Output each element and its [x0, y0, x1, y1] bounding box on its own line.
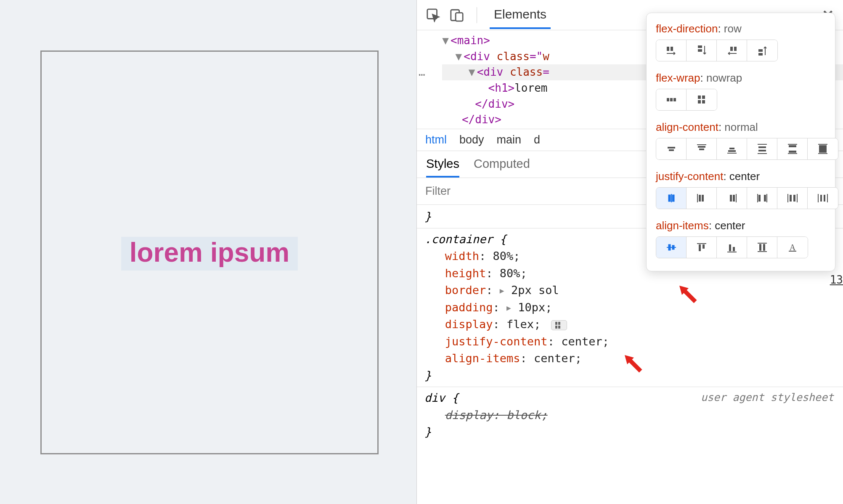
flex-wrap-nowrap-icon[interactable] [656, 89, 687, 110]
annotation-arrow-icon [621, 352, 647, 377]
svg-rect-6 [558, 326, 560, 329]
svg-rect-52 [764, 195, 766, 202]
svg-rect-68 [729, 244, 731, 251]
flex-direction-column-icon[interactable] [687, 40, 717, 61]
align-content-stretch-icon[interactable] [808, 138, 838, 159]
tab-styles[interactable]: Styles [426, 157, 459, 178]
svg-rect-69 [733, 247, 735, 251]
device-toggle-icon[interactable] [450, 8, 464, 22]
svg-rect-28 [728, 150, 736, 152]
justify-content-center-icon[interactable] [656, 188, 687, 209]
svg-rect-31 [758, 146, 766, 148]
svg-rect-59 [820, 195, 822, 202]
svg-rect-20 [698, 100, 701, 103]
justify-content-end-icon[interactable] [717, 188, 747, 209]
svg-rect-9 [698, 45, 702, 48]
align-items-baseline-icon[interactable]: A [777, 237, 808, 258]
justify-content-space-around-icon[interactable] [777, 188, 808, 209]
tab-elements[interactable]: Elements [490, 1, 551, 29]
flex-editor-popover: flex-direction: row flex-wrap: nowrap al… [646, 13, 835, 271]
svg-rect-36 [789, 151, 796, 153]
align-items-start-icon[interactable] [687, 237, 717, 258]
svg-rect-3 [555, 322, 557, 325]
svg-rect-14 [758, 53, 763, 56]
flex-direction-row-reverse-icon[interactable] [717, 40, 747, 61]
toolbar-divider [477, 7, 477, 23]
heading-text: lorem ipsum [130, 237, 290, 268]
svg-rect-22 [668, 147, 675, 149]
svg-rect-66 [699, 244, 701, 251]
align-content-space-around-icon[interactable] [747, 138, 777, 159]
justify-content-space-evenly-icon[interactable] [808, 188, 838, 209]
crumb-body[interactable]: body [459, 133, 484, 146]
svg-rect-67 [702, 244, 705, 249]
svg-rect-72 [759, 244, 761, 251]
crumb-html[interactable]: html [425, 133, 447, 146]
align-content-end-icon[interactable] [717, 138, 747, 159]
group-align-content: align-content: normal [656, 121, 827, 160]
svg-rect-73 [763, 244, 765, 251]
flex-editor-button[interactable] [551, 320, 567, 330]
svg-rect-23 [669, 149, 674, 151]
group-flex-wrap: flex-wrap: nowrap [656, 72, 827, 111]
svg-rect-51 [758, 195, 761, 202]
svg-rect-8 [671, 47, 673, 51]
svg-rect-2 [456, 13, 463, 21]
crumb-main[interactable]: main [497, 133, 522, 146]
svg-rect-60 [824, 195, 825, 202]
devtools-panel: Elements ✕ ▼<main> ▼<div class="w ▼<div … [416, 0, 843, 504]
tab-computed[interactable]: Computed [474, 157, 530, 178]
svg-rect-15 [667, 98, 669, 101]
flex-direction-column-reverse-icon[interactable] [747, 40, 777, 61]
svg-rect-43 [672, 195, 674, 202]
svg-rect-7 [667, 47, 669, 51]
svg-rect-26 [699, 149, 704, 150]
flex-wrap-wrap-icon[interactable] [687, 89, 717, 110]
svg-rect-25 [698, 146, 705, 148]
align-content-start-icon[interactable] [687, 138, 717, 159]
svg-rect-64 [672, 245, 674, 249]
svg-rect-41 [668, 195, 671, 202]
svg-rect-39 [819, 145, 827, 153]
line-number-fragment: 13 [830, 273, 843, 286]
flex-direction-row-icon[interactable] [656, 40, 687, 61]
svg-rect-48 [733, 195, 735, 202]
svg-line-77 [684, 291, 695, 302]
align-items-end-icon[interactable] [717, 237, 747, 258]
svg-rect-35 [789, 145, 796, 147]
page-preview: lorem ipsum [0, 0, 416, 504]
svg-rect-27 [729, 148, 734, 149]
justify-content-space-between-icon[interactable] [747, 188, 777, 209]
svg-rect-55 [790, 195, 792, 202]
svg-rect-63 [668, 244, 671, 250]
svg-rect-47 [730, 195, 732, 202]
svg-rect-11 [730, 47, 733, 51]
group-justify-content: justify-content: center [656, 170, 827, 209]
svg-rect-21 [702, 100, 705, 103]
svg-rect-13 [758, 49, 763, 52]
svg-rect-46 [702, 195, 704, 202]
container-box: lorem ipsum [40, 50, 379, 454]
crumb-div[interactable]: d [534, 133, 540, 146]
svg-rect-5 [555, 326, 557, 329]
svg-rect-18 [698, 95, 701, 99]
svg-line-79 [630, 360, 641, 371]
svg-rect-17 [673, 98, 676, 101]
svg-rect-19 [702, 95, 705, 99]
inspect-icon[interactable] [426, 8, 440, 22]
align-items-stretch-icon[interactable] [747, 237, 777, 258]
svg-text:A: A [790, 243, 796, 252]
align-items-center-icon[interactable] [656, 237, 687, 258]
annotation-arrow-icon [676, 282, 701, 308]
svg-rect-4 [558, 322, 560, 325]
align-content-center-icon[interactable] [656, 138, 687, 159]
group-align-items: align-items: center A [656, 219, 827, 258]
align-content-space-between-icon[interactable] [777, 138, 808, 159]
svg-rect-56 [793, 195, 795, 202]
svg-rect-32 [758, 150, 766, 151]
svg-rect-10 [698, 49, 702, 52]
svg-rect-12 [734, 47, 737, 51]
group-flex-direction: flex-direction: row [656, 22, 827, 61]
justify-content-start-icon[interactable] [687, 188, 717, 209]
svg-rect-45 [699, 195, 701, 202]
